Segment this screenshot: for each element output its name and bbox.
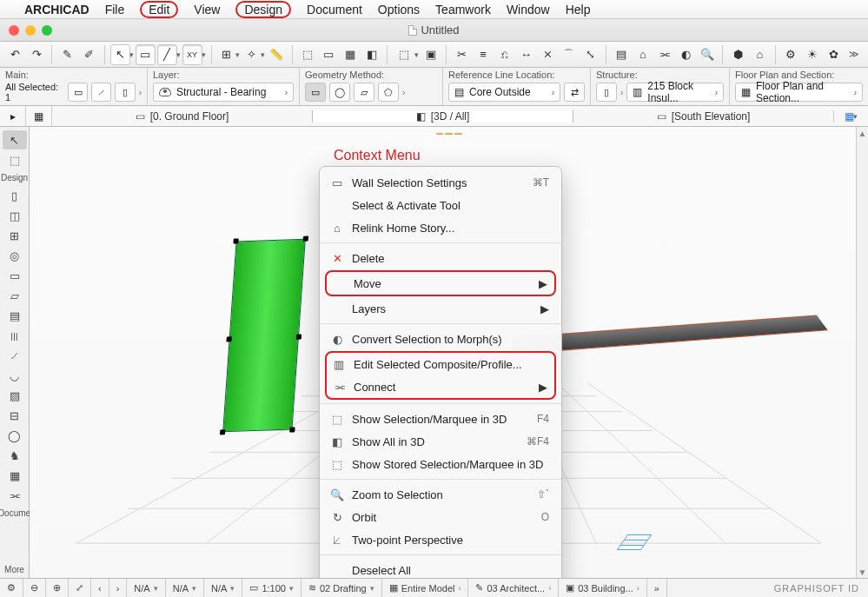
ctx-layers[interactable]: Layers▶: [320, 297, 561, 320]
xy-plane-icon[interactable]: XY: [182, 44, 202, 65]
ctx-relink-story[interactable]: ⌂Relink Home Story...: [320, 216, 561, 239]
home-icon[interactable]: ⌂: [750, 44, 770, 65]
next-zoom-icon[interactable]: ›: [109, 579, 128, 597]
undo-icon[interactable]: ↶: [5, 44, 25, 65]
resize-icon[interactable]: ⤡: [580, 44, 600, 65]
3d-viewport[interactable]: Context Menu ▭Wall Selection Settings⌘T …: [30, 127, 868, 578]
geom-curved-icon[interactable]: ◯: [329, 83, 350, 102]
elevation-icon[interactable]: ▭: [319, 44, 339, 65]
selected-wall-element[interactable]: [222, 239, 306, 433]
quick-options-icon[interactable]: ⚙: [0, 579, 23, 597]
syringe-icon[interactable]: ✐: [79, 44, 99, 65]
ctx-orbit[interactable]: ↻OrbitO: [320, 506, 561, 528]
roof-tool[interactable]: ⟋: [3, 346, 27, 365]
ctx-two-point[interactable]: ⟀Two-point Perspective: [320, 528, 561, 551]
stair-icon[interactable]: ▤: [612, 44, 632, 65]
toggle-navigator-icon[interactable]: ▸: [0, 106, 26, 126]
snap-icon[interactable]: ✧: [242, 44, 262, 65]
menu-teamwork[interactable]: Teamwork: [435, 3, 491, 17]
refline-dropdown[interactable]: ▤ Core Outside ›: [448, 83, 560, 102]
find-icon[interactable]: 🔍: [698, 44, 718, 65]
fillet-icon[interactable]: ⌒: [560, 44, 580, 65]
camera-icon[interactable]: ▣: [421, 44, 441, 65]
object-tool[interactable]: ♞: [3, 446, 27, 465]
ctx-deselect-all[interactable]: Deselect All: [320, 559, 561, 578]
connect-icon[interactable]: ⫘: [654, 44, 674, 65]
sel-wall-icon[interactable]: ⟋: [91, 83, 111, 102]
morph-tool[interactable]: ◯: [3, 426, 27, 445]
zone-tool[interactable]: ▦: [3, 466, 27, 485]
ctx-show-sel-3d[interactable]: ⬚Show Selection/Marquee in 3DF4: [320, 408, 561, 430]
toolbar-overflow[interactable]: ≫: [845, 49, 863, 60]
skylight-tool[interactable]: ▧: [3, 386, 27, 405]
mvo-dropdown[interactable]: ▣03 Building...›: [559, 579, 647, 597]
refline-flip-icon[interactable]: ⇄: [564, 83, 585, 102]
palette-more-label[interactable]: More: [4, 565, 24, 574]
ctx-zoom-selection[interactable]: 🔍Zoom to Selection⇧`: [320, 483, 561, 506]
eco-icon[interactable]: ✿: [824, 44, 844, 65]
roof-icon[interactable]: ⌂: [633, 44, 653, 65]
geom-straight-icon[interactable]: ▭: [305, 83, 326, 102]
wall-tool[interactable]: ▯: [3, 186, 27, 205]
ruler-icon[interactable]: 📏: [267, 44, 287, 65]
curtainwall-tool[interactable]: ⊟: [3, 406, 27, 425]
penset-dropdown[interactable]: ✎03 Architect...›: [468, 579, 559, 597]
zoom-in-icon[interactable]: ⊕: [46, 579, 69, 597]
trim-icon[interactable]: ✂: [452, 44, 472, 65]
stair-tool[interactable]: ▤: [3, 306, 27, 325]
beam-tool[interactable]: ▭: [3, 266, 27, 285]
vertical-scrollbar[interactable]: ▲ ▼: [856, 127, 868, 578]
menu-options[interactable]: Options: [378, 3, 420, 17]
structure-dropdown[interactable]: ▥ 215 Block Insul... ›: [626, 83, 724, 102]
fps-dropdown[interactable]: ▦ Floor Plan and Section... ›: [735, 83, 863, 102]
guide-line-icon[interactable]: ╱: [157, 44, 177, 65]
geom-poly-icon[interactable]: ⬠: [378, 83, 399, 102]
fit-icon[interactable]: ⤢: [69, 579, 91, 597]
mesh-tool[interactable]: ⫘: [3, 486, 27, 505]
geom-trap-icon[interactable]: ▱: [354, 83, 374, 102]
doc3d-icon[interactable]: ▦: [341, 44, 361, 65]
rvt-icon[interactable]: ⬢: [728, 44, 748, 65]
sel-more-icon[interactable]: ▯: [115, 83, 135, 102]
ctx-show-all-3d[interactable]: ◧Show All in 3D⌘F4: [320, 430, 561, 453]
panel-grip-icon[interactable]: [436, 133, 462, 137]
window-tool[interactable]: ⊞: [3, 226, 27, 245]
ctx-connect[interactable]: ⫘Connect▶: [327, 375, 554, 398]
ctx-wall-settings[interactable]: ▭Wall Selection Settings⌘T: [320, 171, 561, 194]
cube-icon[interactable]: ◧: [362, 44, 382, 65]
layer-dropdown[interactable]: Structural - Bearing ›: [153, 83, 294, 102]
tab-ground-floor[interactable]: ▭[0. Ground Floor]: [52, 110, 312, 123]
menu-document[interactable]: Document: [307, 3, 362, 17]
intersect-icon[interactable]: ⨯: [538, 44, 558, 65]
partial-display-dropdown[interactable]: ▦Entire Model›: [382, 579, 469, 597]
tab-south-elevation[interactable]: ▭[South Elevation]: [573, 110, 833, 123]
layercombo-dropdown[interactable]: ≋02 Drafting▾: [301, 579, 382, 597]
ctx-select-activate[interactable]: Select & Activate Tool: [320, 194, 561, 216]
perspective-icon[interactable]: ⬚: [393, 44, 415, 65]
redo-icon[interactable]: ↷: [27, 44, 47, 65]
ctx-show-stored-3d[interactable]: ⬚Show Stored Selection/Marquee in 3D: [320, 453, 561, 475]
arrow-tool-icon[interactable]: ↖: [110, 44, 130, 65]
slab-tool[interactable]: ▱: [3, 286, 27, 305]
open-view-icon[interactable]: ⬚: [297, 44, 317, 65]
menu-design[interactable]: Design: [235, 1, 291, 18]
status-overflow[interactable]: »: [647, 579, 667, 597]
sel-settings-icon[interactable]: ▭: [68, 83, 88, 102]
menu-edit[interactable]: Edit: [140, 1, 178, 18]
ctx-convert-morph[interactable]: ◐Convert Selection to Morph(s): [320, 328, 561, 350]
grid-snap-icon[interactable]: ⊞: [216, 44, 236, 65]
arrow-tool[interactable]: ↖: [3, 130, 27, 149]
shell-tool[interactable]: ◡: [3, 366, 27, 385]
graphisoft-id[interactable]: GRAPHISOFT ID: [765, 583, 868, 594]
zoom-out-icon[interactable]: ⊖: [23, 579, 46, 597]
suspend-groups-icon[interactable]: ▭: [136, 44, 156, 65]
align-icon[interactable]: ≡: [474, 44, 494, 65]
mep-icon[interactable]: ⚙: [781, 44, 801, 65]
prev-zoom-icon[interactable]: ‹: [91, 579, 109, 597]
tab-3d-all[interactable]: ◧[3D / All]: [312, 110, 573, 123]
energy-icon[interactable]: ☀: [802, 44, 822, 65]
menu-view[interactable]: View: [194, 3, 220, 17]
scale-dropdown[interactable]: ▭1:100▾: [242, 579, 301, 597]
ctx-edit-composite[interactable]: ▥Edit Selected Composite/Profile...: [327, 353, 554, 375]
split-icon[interactable]: ⎌: [494, 44, 514, 65]
